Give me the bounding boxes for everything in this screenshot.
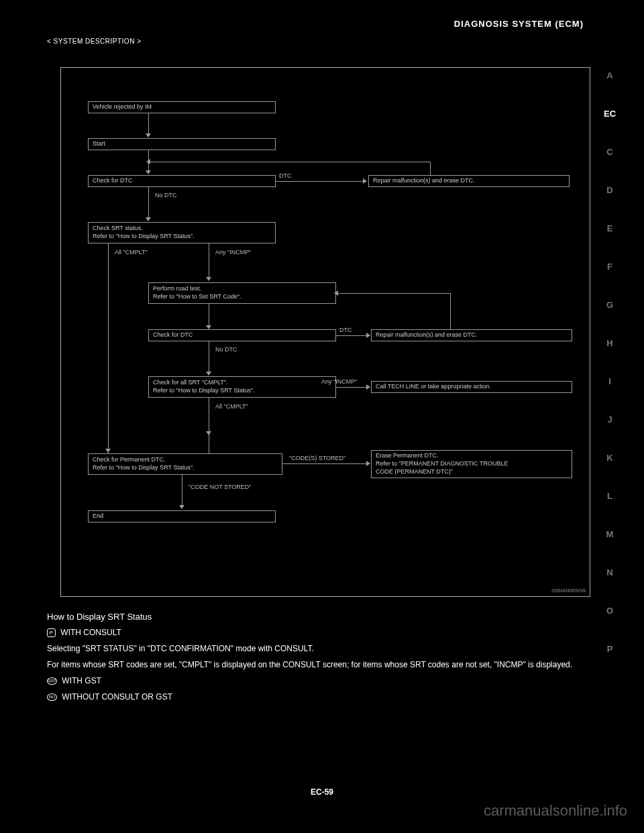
node-start: Start [88, 138, 276, 150]
page-number: EC-59 [311, 787, 333, 797]
sidebar-item-n[interactable]: N [606, 567, 612, 577]
node-repair-1: Repair malfunction(s) and erase DTC. [368, 175, 570, 187]
node-check-srt: Check SRT status. Refer to "How to Displ… [88, 222, 276, 243]
consult-icon: P [47, 628, 56, 637]
node-erase-permanent-l1: Erase Permanent DTC. [376, 452, 568, 460]
node-check-dtc-1: Check for DTC [88, 175, 276, 187]
node-end: End [88, 510, 276, 522]
label-no-dtc-2: No DTC [215, 346, 237, 353]
sidebar-item-g[interactable]: G [606, 300, 613, 310]
para-without-consult-text: WITHOUT CONSULT OR GST [60, 692, 172, 702]
para-srt-status: Selecting "SRT STATUS" in "DTC CONFIRMAT… [47, 643, 577, 655]
sidebar-item-ec[interactable]: EC [604, 109, 616, 119]
node-techline: Call TECH LINE or take appropriate actio… [371, 381, 572, 393]
label-all-cmplt-1: All "CMPLT" [115, 249, 148, 256]
sidebar-nav: A EC C D E F G H I J K L M N O P [599, 70, 621, 654]
para-cmplt-incmp: For items whose SRT codes are set, "CMPL… [47, 659, 577, 671]
heading-display-srt: How to Display SRT Status [47, 610, 577, 624]
page-header-title: DIAGNOSIS SYSTEM (ECM) [454, 19, 584, 29]
no-tools-icon: NO [47, 693, 57, 701]
label-any-incmp-1: Any "INCMP" [215, 249, 251, 256]
label-no-dtc-1: No DTC [155, 192, 177, 199]
label-code-not-stored: "CODE NOT STORED" [189, 484, 252, 490]
body-text: How to Display SRT Status P WITH CONSULT… [47, 610, 577, 707]
label-dtc-2: DTC [339, 327, 352, 333]
watermark: carmanualsonline.info [484, 802, 627, 820]
node-road-test-l2: Refer to "How to Set SRT Code". [153, 293, 331, 301]
para-with-gst: GST WITH GST [47, 675, 577, 687]
node-road-test: Perform road test. Refer to "How to Set … [148, 282, 336, 304]
node-check-permanent-dtc-l2: Refer to "How to Display SRT Status". [93, 464, 278, 472]
sidebar-item-o[interactable]: O [606, 606, 613, 616]
label-codes-stored: "CODE(S) STORED" [289, 455, 345, 461]
node-check-srt-l2: Refer to "How to Display SRT Status". [93, 233, 271, 241]
sidebar-item-p[interactable]: P [607, 644, 613, 654]
sidebar-item-j[interactable]: J [607, 414, 612, 425]
node-check-permanent-dtc-l1: Check for Permanent DTC. [93, 456, 278, 464]
gst-icon: GST [47, 677, 57, 685]
section-subtitle: < SYSTEM DESCRIPTION > [47, 38, 141, 45]
diagram-id: JSBIA0065GB [551, 588, 586, 594]
sidebar-item-d[interactable]: D [606, 185, 612, 195]
label-any-incmp-2: Any "INCMP" [321, 378, 357, 385]
node-check-srt-l1: Check SRT status. [93, 225, 271, 233]
node-check-dtc-2: Check for DTC [148, 329, 336, 341]
label-dtc-1: DTC [279, 172, 292, 179]
sidebar-item-c[interactable]: C [606, 147, 612, 157]
node-erase-permanent-l2: Refer to "PERMANENT DIAGNOSTIC TROUBLE [376, 460, 568, 468]
node-road-test-l1: Perform road test. [153, 285, 331, 293]
node-vehicle-rejected: Vehicle rejected by IM [88, 101, 276, 113]
node-check-all-srt-l1: Check for all SRT "CMPLT". [153, 379, 331, 387]
node-erase-permanent-l3: CODE (PERMANENT DTC)" [376, 468, 568, 476]
node-repair-2: Repair malfunction(s) and erase DTC. [371, 329, 572, 341]
sidebar-item-i[interactable]: I [608, 376, 611, 386]
sidebar-item-e[interactable]: E [607, 223, 613, 233]
para-with-consult: P WITH CONSULT [47, 626, 577, 638]
label-all-cmplt-2: All "CMPLT" [215, 403, 248, 410]
sidebar-item-m[interactable]: M [606, 529, 614, 539]
sidebar-item-a[interactable]: A [606, 70, 612, 80]
sidebar-item-f[interactable]: F [607, 262, 612, 272]
node-check-all-srt: Check for all SRT "CMPLT". Refer to "How… [148, 376, 336, 398]
para-without-consult: NO WITHOUT CONSULT OR GST [47, 691, 577, 703]
para-with-gst-text: WITH GST [60, 676, 101, 685]
sidebar-item-k[interactable]: K [606, 453, 612, 463]
node-check-all-srt-l2: Refer to "How to Display SRT Status". [153, 387, 331, 395]
node-check-permanent-dtc: Check for Permanent DTC. Refer to "How t… [88, 453, 282, 475]
sidebar-item-h[interactable]: H [606, 338, 612, 348]
flowchart-diagram: Vehicle rejected by IM Start Check for D… [60, 67, 590, 597]
para-with-consult-text: WITH CONSULT [58, 628, 121, 637]
node-erase-permanent: Erase Permanent DTC. Refer to "PERMANENT… [371, 450, 572, 478]
sidebar-item-l[interactable]: L [607, 491, 612, 501]
